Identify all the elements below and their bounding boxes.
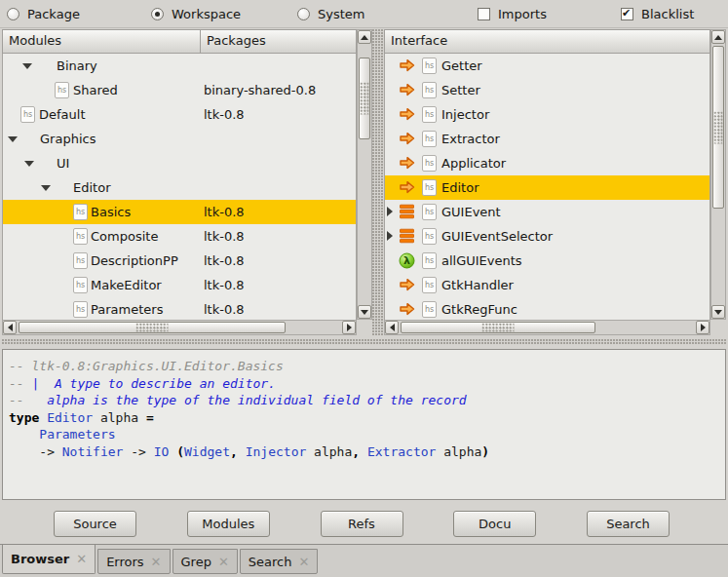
interface-label: GtkRegFunc [441, 297, 517, 320]
scroll-left-button[interactable] [3, 321, 17, 334]
radio-package[interactable]: Package [7, 0, 80, 27]
scrollbar-thumb[interactable] [19, 322, 286, 333]
arrow-icon [399, 106, 416, 123]
module-row-composite[interactable]: hsCompositeltk-0.8 [3, 224, 356, 249]
radio-system[interactable]: System [297, 0, 364, 27]
code-token: alpha [306, 444, 352, 459]
scroll-up-button[interactable] [711, 30, 725, 44]
tab-grep[interactable]: Grep✕ [172, 549, 238, 574]
arrow-icon [399, 277, 416, 293]
radio-indicator-icon[interactable] [297, 8, 310, 20]
module-label: Default [39, 102, 86, 127]
scrollbar-thumb[interactable] [401, 322, 595, 333]
arrow-icon [399, 155, 416, 172]
vertical-splitter[interactable] [372, 29, 384, 335]
interface-row-allguievents[interactable]: λhsallGUIEvents [385, 249, 709, 273]
scrollbar-thumb[interactable] [359, 58, 370, 139]
haskell-file-icon: hs [422, 155, 437, 172]
interface-row-gtkhandler[interactable]: hsGtkHandler [385, 273, 709, 297]
expander-open-icon[interactable] [22, 63, 32, 69]
module-row-default[interactable]: hsDefaultltk-0.8 [3, 102, 356, 127]
interface-label: Injector [441, 102, 489, 127]
column-header-interface[interactable]: Interface [384, 29, 710, 54]
arrow-up-icon [714, 35, 722, 40]
source-button[interactable]: Source [54, 511, 136, 537]
scroll-left-button[interactable] [385, 321, 399, 334]
interface-row-getter[interactable]: hsGetter [385, 54, 709, 78]
expander-open-icon[interactable] [41, 185, 51, 191]
modules-tree: BinaryhsSharedbinary-shared-0.8hsDefault… [2, 54, 357, 320]
haskell-file-icon: hs [73, 277, 88, 293]
code-token: -> [123, 444, 153, 459]
interface-row-gtkregfunc[interactable]: hsGtkRegFunc [385, 297, 709, 320]
module-row-descriptionpp[interactable]: hsDescriptionPPltk-0.8 [3, 249, 356, 273]
module-label: Shared [73, 78, 118, 102]
code-token: alpha is the type of the individual fiel… [47, 393, 466, 407]
module-label: DescriptionPP [91, 249, 178, 273]
module-row-ui[interactable]: UI [3, 151, 356, 175]
interface-row-guievent[interactable]: hsGUIEvent [385, 200, 709, 224]
interface-row-injector[interactable]: hsInjector [385, 102, 709, 127]
module-label: Binary [57, 54, 97, 78]
tab-errors[interactable]: Errors✕ [97, 549, 170, 574]
toolbar-item-label: Package [27, 7, 80, 21]
module-row-editor[interactable]: Editor [3, 175, 356, 200]
tab-close-icon[interactable]: ✕ [298, 556, 309, 568]
package-label: ltk-0.8 [204, 249, 245, 273]
modules-button[interactable]: Modules [187, 511, 270, 537]
radio-indicator-icon[interactable] [7, 8, 19, 20]
tab-close-icon[interactable]: ✕ [151, 556, 162, 568]
tab-close-icon[interactable]: ✕ [76, 553, 87, 565]
tab-search[interactable]: Search✕ [240, 549, 319, 574]
arrow-icon [399, 179, 416, 196]
module-label: Parameters [91, 297, 163, 320]
haskell-file-icon: hs [73, 228, 88, 245]
scroll-up-button[interactable] [358, 30, 371, 44]
interface-row-applicator[interactable]: hsApplicator [385, 151, 709, 175]
scroll-right-button[interactable] [342, 321, 356, 334]
radio-workspace[interactable]: Workspace [151, 0, 241, 27]
code-token [238, 444, 246, 459]
refs-button[interactable]: Refs [321, 511, 403, 537]
code-token: -- [9, 393, 47, 407]
docu-button[interactable]: Docu [453, 511, 536, 537]
interface-row-extractor[interactable]: hsExtractor [385, 127, 709, 151]
search-button[interactable]: Search [587, 511, 670, 537]
interface-row-guieventselector[interactable]: hsGUIEventSelector [385, 224, 709, 249]
expander-open-icon[interactable] [8, 136, 18, 142]
enum-icon [399, 204, 416, 220]
column-header-packages[interactable]: Packages [201, 29, 357, 54]
package-label: ltk-0.8 [204, 200, 245, 224]
tab-browser[interactable]: Browser✕ [2, 545, 96, 574]
radio-indicator-icon[interactable] [151, 8, 164, 20]
module-label: Composite [91, 224, 158, 249]
interface-vertical-scrollbar[interactable] [710, 29, 726, 320]
scroll-right-button[interactable] [696, 321, 709, 334]
scroll-down-button[interactable] [358, 305, 371, 319]
modules-horizontal-scrollbar[interactable] [2, 320, 357, 335]
modules-vertical-scrollbar[interactable] [357, 29, 372, 320]
horizontal-splitter[interactable] [0, 335, 728, 349]
code-token: -> [9, 444, 62, 459]
checkbox-indicator-icon[interactable] [478, 8, 490, 20]
scroll-down-button[interactable] [711, 305, 725, 319]
scrollbar-thumb[interactable] [712, 46, 724, 209]
tab-close-icon[interactable]: ✕ [218, 556, 229, 568]
expander-closed-icon[interactable] [387, 207, 393, 216]
expander-closed-icon[interactable] [387, 231, 393, 241]
module-row-makeeditor[interactable]: hsMakeEditorltk-0.8 [3, 273, 356, 297]
interface-horizontal-scrollbar[interactable] [384, 320, 710, 335]
module-row-basics[interactable]: hsBasicsltk-0.8 [3, 200, 356, 224]
module-row-graphics[interactable]: Graphics [3, 127, 356, 151]
checkbox-indicator-icon[interactable] [621, 8, 633, 20]
checkbox-blacklist[interactable]: Blacklist [621, 0, 694, 27]
interface-label: Extractor [441, 127, 500, 151]
module-row-parameters[interactable]: hsParametersltk-0.8 [3, 297, 356, 320]
expander-open-icon[interactable] [24, 161, 34, 167]
module-row-binary[interactable]: Binary [3, 54, 356, 78]
interface-row-setter[interactable]: hsSetter [385, 78, 709, 102]
interface-row-editor[interactable]: hsEditor [385, 175, 709, 200]
module-row-shared[interactable]: hsSharedbinary-shared-0.8 [3, 78, 356, 102]
column-header-modules[interactable]: Modules [2, 29, 201, 54]
checkbox-imports[interactable]: Imports [478, 0, 547, 27]
